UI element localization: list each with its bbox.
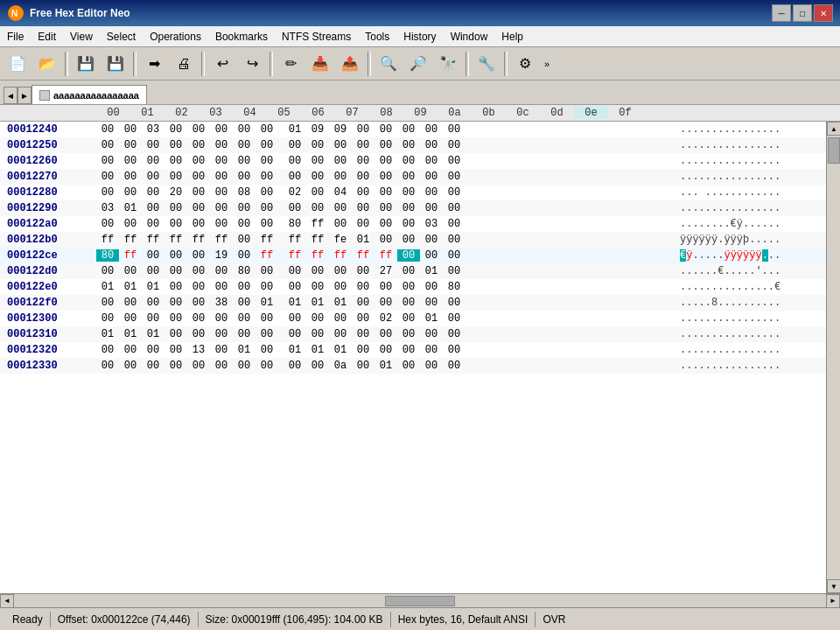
hex-byte[interactable]: 27 xyxy=(374,265,397,277)
hex-byte[interactable]: 01 xyxy=(329,297,352,309)
hex-byte[interactable]: ff xyxy=(142,234,164,246)
hex-byte[interactable]: 01 xyxy=(142,281,164,293)
menu-item-operations[interactable]: Operations xyxy=(143,26,208,46)
hex-byte[interactable]: 00 xyxy=(164,265,187,277)
hex-byte[interactable]: 01 xyxy=(96,328,119,340)
vertical-scrollbar[interactable]: ▲ ▼ xyxy=(826,122,840,593)
hex-byte[interactable]: 00 xyxy=(256,312,278,325)
table-row[interactable]: 0001231001010100000000000000000000000000… xyxy=(0,326,826,342)
hex-byte[interactable]: 01 xyxy=(119,202,142,214)
tab-aaaaaaaa[interactable]: aaaaaaaaaaaaaaaa xyxy=(32,85,147,104)
hex-byte[interactable]: 00 xyxy=(256,171,278,183)
hex-byte[interactable]: 00 xyxy=(210,171,233,183)
hex-byte[interactable]: 00 xyxy=(142,171,164,183)
hex-byte[interactable]: 00 xyxy=(256,360,278,372)
table-row[interactable]: 0001230000000000000000000000000002000100… xyxy=(0,311,826,326)
hex-byte[interactable]: 09 xyxy=(329,123,352,136)
hex-byte[interactable]: 00 xyxy=(164,344,187,356)
hex-byte[interactable]: 00 xyxy=(210,328,233,340)
table-row[interactable]: 000122d000000000000080000000000027000100… xyxy=(0,263,826,279)
hex-byte[interactable]: 80 xyxy=(233,265,256,277)
hex-byte[interactable]: 00 xyxy=(233,202,256,214)
menu-item-bookmarks[interactable]: Bookmarks xyxy=(208,26,275,46)
scroll-thumb[interactable] xyxy=(828,137,840,164)
hex-byte[interactable]: 00 xyxy=(352,123,374,136)
hex-byte[interactable]: 00 xyxy=(164,139,187,151)
hex-byte[interactable]: 00 xyxy=(142,186,164,199)
hex-byte[interactable]: ff xyxy=(284,249,306,262)
hex-byte[interactable]: 00 xyxy=(142,218,164,230)
hex-byte[interactable]: ff xyxy=(374,249,397,262)
hex-byte[interactable]: 00 xyxy=(443,360,466,372)
hex-byte[interactable]: ff xyxy=(256,249,278,262)
hex-byte[interactable]: 00 xyxy=(443,234,466,246)
hex-byte[interactable]: 00 xyxy=(329,155,352,167)
hex-byte[interactable]: 00 xyxy=(142,297,164,309)
hex-byte[interactable]: 00 xyxy=(187,281,210,293)
maximize-button[interactable]: □ xyxy=(793,4,812,22)
menu-item-file[interactable]: File xyxy=(0,26,31,46)
hex-byte[interactable]: 01 xyxy=(284,344,306,356)
hex-byte[interactable]: 00 xyxy=(187,360,210,372)
save-toolbar-btn[interactable]: 💾 xyxy=(72,50,100,78)
hex-byte[interactable]: 00 xyxy=(284,139,306,151)
hex-byte[interactable]: 00 xyxy=(420,155,443,167)
hex-byte[interactable]: 00 xyxy=(233,218,256,230)
hex-byte[interactable]: 00 xyxy=(142,202,164,214)
hex-byte[interactable]: 00 xyxy=(187,328,210,340)
hex-byte[interactable]: 00 xyxy=(187,249,210,262)
hex-byte[interactable]: 00 xyxy=(352,297,374,309)
hex-byte[interactable]: 00 xyxy=(164,328,187,340)
hex-byte[interactable]: 00 xyxy=(210,312,233,325)
import-toolbar-btn[interactable]: 📥 xyxy=(306,50,334,78)
hex-byte[interactable]: 19 xyxy=(210,249,233,262)
hex-byte[interactable]: ff xyxy=(119,249,142,262)
hex-byte[interactable]: 00 xyxy=(187,312,210,325)
toolbar-expand[interactable]: » xyxy=(544,59,550,69)
menu-item-ntfs-streams[interactable]: NTFS Streams xyxy=(275,26,358,46)
hex-byte[interactable]: 00 xyxy=(233,281,256,293)
hex-byte[interactable]: 01 xyxy=(352,234,374,246)
hex-byte[interactable]: 00 xyxy=(443,139,466,151)
hex-byte[interactable]: 00 xyxy=(96,344,119,356)
hex-byte[interactable]: 00 xyxy=(284,155,306,167)
hex-byte[interactable]: 00 xyxy=(210,186,233,199)
minimize-button[interactable]: ─ xyxy=(772,4,791,22)
navigate-to-toolbar-btn[interactable]: ➡ xyxy=(140,50,168,78)
hex-byte[interactable]: 00 xyxy=(443,218,466,230)
hex-byte[interactable]: 00 xyxy=(210,265,233,277)
hex-byte[interactable]: 00 xyxy=(306,139,329,151)
hex-byte[interactable]: 00 xyxy=(374,186,397,199)
hex-byte[interactable]: 00 xyxy=(329,139,352,151)
hex-byte[interactable]: 00 xyxy=(352,312,374,325)
hex-byte[interactable]: 00 xyxy=(187,171,210,183)
menu-item-edit[interactable]: Edit xyxy=(31,26,63,46)
hex-byte[interactable]: 00 xyxy=(142,155,164,167)
hex-byte[interactable]: 01 xyxy=(119,281,142,293)
hex-byte[interactable]: 00 xyxy=(119,186,142,199)
hex-byte[interactable]: 00 xyxy=(233,312,256,325)
hex-byte[interactable]: 00 xyxy=(374,344,397,356)
hex-byte[interactable]: 00 xyxy=(397,186,420,199)
hex-byte[interactable]: 00 xyxy=(96,171,119,183)
hex-byte[interactable]: 00 xyxy=(374,218,397,230)
hex-byte[interactable]: 00 xyxy=(187,155,210,167)
hex-byte[interactable]: 00 xyxy=(374,123,397,136)
redo-toolbar-btn[interactable]: ↪ xyxy=(238,50,266,78)
menu-item-window[interactable]: Window xyxy=(444,26,495,46)
hex-byte[interactable]: 00 xyxy=(352,328,374,340)
hex-byte[interactable]: 00 xyxy=(142,360,164,372)
undo-toolbar-btn[interactable]: ↩ xyxy=(208,50,236,78)
hex-byte[interactable]: ff xyxy=(256,234,278,246)
hex-byte[interactable]: 00 xyxy=(329,312,352,325)
hex-byte[interactable]: 09 xyxy=(306,123,329,136)
hex-byte[interactable]: 13 xyxy=(187,344,210,356)
hex-byte[interactable]: 00 xyxy=(306,265,329,277)
hex-byte[interactable]: 01 xyxy=(256,297,278,309)
hex-byte[interactable]: 00 xyxy=(164,202,187,214)
hex-byte[interactable]: 00 xyxy=(187,186,210,199)
scroll-up-button[interactable]: ▲ xyxy=(827,122,840,136)
menu-item-tools[interactable]: Tools xyxy=(358,26,396,46)
hex-byte[interactable]: 00 xyxy=(306,155,329,167)
menu-item-view[interactable]: View xyxy=(63,26,100,46)
